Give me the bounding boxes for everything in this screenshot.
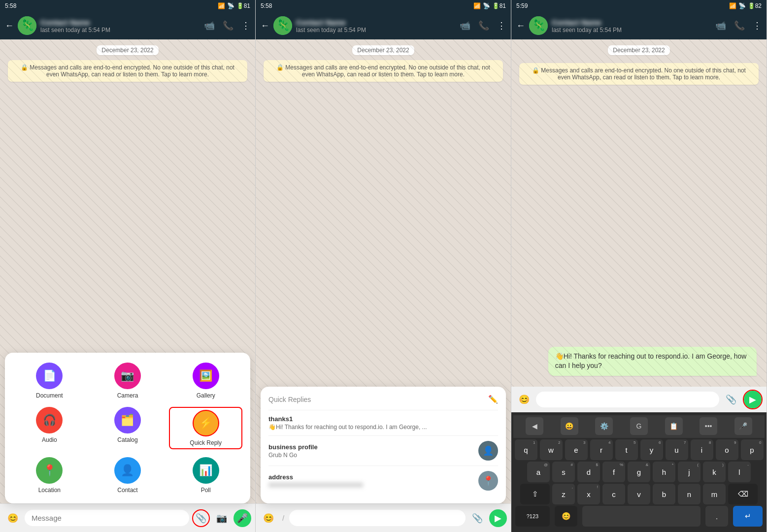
key-g[interactable]: g& — [628, 462, 650, 482]
attach-audio[interactable]: 🎧 Audio — [13, 407, 86, 449]
video-call-icon[interactable]: 📹 — [204, 20, 215, 31]
status-icons-3: 📶 📡 🔋82 — [729, 2, 762, 9]
qr-item-preview-3: XXXXXXXXXXXXXXXXXXXXXXXX — [268, 482, 363, 489]
svg-text:🦎: 🦎 — [276, 18, 290, 32]
last-seen-2: last seen today at 5:54 PM — [296, 27, 456, 33]
mic-button-1[interactable]: 🎤 — [233, 509, 251, 527]
key-l[interactable]: l- — [728, 462, 751, 482]
attach-document[interactable]: 📄 Document — [13, 363, 86, 399]
kb-translate-btn[interactable]: G — [630, 417, 648, 435]
key-emoji[interactable]: 😊 — [555, 506, 577, 527]
back-button-3[interactable]: ← — [516, 21, 525, 31]
emoji-button-2[interactable]: 😊 — [260, 509, 277, 527]
key-enter[interactable]: ↵ — [733, 506, 763, 527]
wifi-icon: 📡 — [227, 2, 234, 9]
chat-header-1: ← 🦎 Contact Name last seen today at 5:54… — [0, 12, 255, 39]
key-w[interactable]: w2 — [540, 439, 563, 460]
audio-label: Audio — [42, 436, 57, 443]
emoji-button-3[interactable]: 😊 — [515, 391, 533, 408]
key-v[interactable]: v — [628, 484, 650, 504]
keyboard-row-1: q1 w2 e3 r4 t5 y6 u7 i8 o9 p0 — [513, 439, 765, 460]
key-a[interactable]: a@ — [527, 462, 550, 482]
quick-reply-label: Quick Reply — [190, 439, 222, 446]
key-h[interactable]: h* — [653, 462, 675, 482]
key-c[interactable]: c — [602, 484, 625, 504]
attach-quick-reply[interactable]: ⚡ Quick Reply — [169, 407, 242, 449]
svg-text:🦎: 🦎 — [21, 18, 34, 32]
status-bar-3: 5:59 📶 📡 🔋82 — [511, 0, 767, 12]
key-u[interactable]: u7 — [666, 439, 688, 460]
key-f[interactable]: f% — [602, 462, 625, 482]
send-button-3[interactable]: ▶ — [744, 391, 762, 408]
qr-item-left-2: business profile Grub N Go — [268, 443, 318, 459]
attach-button-2[interactable]: 📎 — [468, 509, 486, 527]
key-e[interactable]: e3 — [565, 439, 588, 460]
more-icon-2[interactable]: ⋮ — [497, 20, 506, 31]
attach-gallery[interactable]: 🖼️ Gallery — [169, 363, 242, 399]
phone-icon-3[interactable]: 📞 — [734, 20, 745, 31]
status-icons-1: 📶 📡 🔋81 — [218, 2, 250, 9]
emoji-button-1[interactable]: 😊 — [4, 509, 22, 527]
key-k[interactable]: k) — [703, 462, 726, 482]
kb-mic-btn[interactable]: 🎤 — [734, 417, 752, 435]
qr-item-address[interactable]: address XXXXXXXXXXXXXXXXXXXXXXXX 📍 — [268, 466, 498, 496]
attach-button-3[interactable]: 📎 — [722, 391, 740, 408]
key-sym[interactable]: ?123 — [515, 506, 550, 527]
send-button-2[interactable]: ▶ — [489, 509, 507, 527]
key-z[interactable]: z, — [552, 484, 575, 504]
key-i[interactable]: i8 — [691, 439, 713, 460]
avatar-2: 🦎 — [273, 16, 292, 35]
camera-button-1[interactable]: 📷 — [213, 509, 231, 527]
qr-edit-button[interactable]: ✏️ — [488, 395, 498, 404]
attach-camera[interactable]: 📷 Camera — [91, 363, 165, 399]
key-m[interactable]: m — [703, 484, 726, 504]
more-icon-3[interactable]: ⋮ — [753, 20, 762, 31]
attach-location[interactable]: 📍 Location — [13, 457, 86, 494]
kb-clipboard-btn[interactable]: 📋 — [665, 417, 683, 435]
message-input-3[interactable] — [536, 392, 719, 407]
attach-catalog[interactable]: 🗂️ Catalog — [91, 407, 165, 449]
key-j[interactable]: j( — [678, 462, 700, 482]
key-x[interactable]: x! — [577, 484, 600, 504]
qr-item-business-profile[interactable]: business profile Grub N Go 👤 — [268, 435, 498, 466]
message-input-2[interactable] — [289, 510, 466, 526]
key-b[interactable]: b — [653, 484, 675, 504]
key-y[interactable]: y6 — [640, 439, 663, 460]
kb-emoticon-btn[interactable]: 😀 — [561, 417, 578, 435]
avatar-3: 🦎 — [529, 16, 548, 35]
back-button-1[interactable]: ← — [5, 21, 14, 31]
phone-icon-2[interactable]: 📞 — [478, 20, 489, 31]
key-s[interactable]: s# — [552, 462, 575, 482]
attach-button-highlighted[interactable]: 📎 — [192, 509, 210, 527]
kb-more-btn[interactable]: ••• — [700, 417, 717, 435]
key-t[interactable]: t5 — [615, 439, 638, 460]
phone-icon[interactable]: 📞 — [223, 20, 233, 31]
kb-settings-btn[interactable]: ⚙️ — [595, 417, 613, 435]
key-d[interactable]: d$ — [577, 462, 600, 482]
key-n[interactable]: n — [678, 484, 700, 504]
key-r[interactable]: r4 — [590, 439, 613, 460]
message-input-1[interactable] — [25, 510, 189, 526]
key-q[interactable]: q1 — [515, 439, 537, 460]
keyboard: ◀ 😀 ⚙️ G 📋 ••• 🎤 q1 w2 e3 r4 t5 y6 u7 i8… — [511, 412, 767, 532]
video-call-icon-3[interactable]: 📹 — [715, 20, 726, 31]
send-button-highlighted[interactable]: ▶ — [743, 390, 763, 409]
key-p[interactable]: p0 — [741, 439, 764, 460]
kb-back-btn[interactable]: ◀ — [526, 417, 543, 435]
contact-name-1: Contact Name — [40, 18, 200, 27]
qr-item-name-1: thanks1 — [268, 415, 427, 423]
more-icon[interactable]: ⋮ — [241, 20, 250, 31]
key-space[interactable] — [582, 506, 700, 527]
attach-poll[interactable]: 📊 Poll — [169, 457, 242, 494]
video-call-icon-2[interactable]: 📹 — [460, 20, 470, 31]
key-shift[interactable]: ⇧ — [520, 484, 550, 504]
wifi-icon-2: 📡 — [483, 2, 490, 9]
key-period[interactable]: . — [705, 506, 728, 527]
contact-label: Contact — [117, 487, 137, 494]
back-button-2[interactable]: ← — [261, 21, 269, 31]
keyboard-row-4: ?123 😊 . ↵ — [513, 506, 765, 527]
qr-item-thanks1[interactable]: thanks1 👋Hi! Thanks for reaching out to … — [268, 410, 498, 435]
key-o[interactable]: o9 — [716, 439, 738, 460]
key-backspace[interactable]: ⌫ — [728, 484, 758, 504]
attach-contact[interactable]: 👤 Contact — [91, 457, 165, 494]
